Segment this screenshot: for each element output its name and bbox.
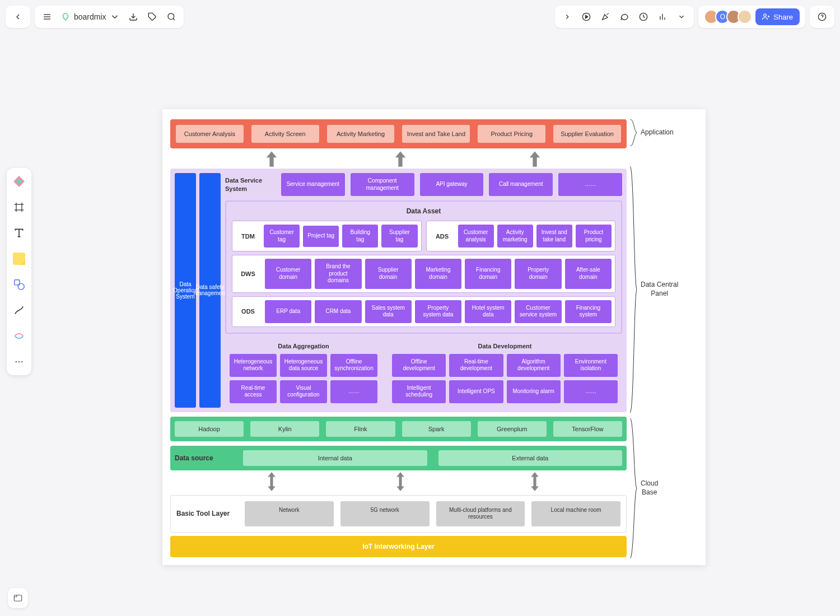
app-item: Invest and Take Land — [402, 125, 470, 143]
history-button[interactable] — [636, 9, 651, 25]
dev-item: Real-time development — [449, 354, 503, 377]
ods-item: ERP data — [265, 300, 311, 323]
ods-item: CRM data — [315, 300, 361, 323]
dws-label: DWS — [236, 270, 260, 277]
tool-item: Local machine room — [531, 501, 620, 526]
dws-item: Brand the product domains — [315, 259, 361, 289]
mindmap-tool[interactable] — [11, 328, 27, 344]
ods-item: Hotel system data — [465, 300, 511, 323]
ads-item: Activity marketing — [497, 225, 533, 248]
ads-item: Product pricing — [576, 225, 612, 248]
expand-button[interactable] — [559, 9, 575, 25]
ods-label: ODS — [236, 308, 260, 315]
data-central-panel: Data Operation System Data safety manage… — [170, 169, 627, 412]
tdm-item: Building tag — [342, 225, 378, 248]
bracket-application: Application — [641, 128, 674, 137]
data-asset-title: Data Asset — [232, 207, 615, 215]
dss-item: API gateway — [420, 173, 484, 196]
dev-item: Intelligent scheduling — [392, 380, 446, 403]
ads-item: Customer analysis — [458, 225, 494, 248]
source-item: Internal data — [243, 450, 427, 466]
arrow-row-up — [170, 148, 627, 169]
comment-button[interactable] — [617, 9, 632, 25]
svg-line-6 — [173, 18, 175, 20]
diagram-canvas[interactable]: Customer Analysis Activity Screen Activi… — [162, 109, 706, 565]
confetti-button[interactable] — [598, 9, 613, 25]
tdm-item: Supplier tag — [381, 225, 417, 248]
connector-tool[interactable] — [11, 302, 27, 318]
svg-rect-33 — [14, 595, 22, 601]
svg-point-5 — [168, 13, 174, 20]
left-toolbar — [7, 168, 31, 375]
tool-item: Network — [245, 501, 334, 526]
tech-item: Spark — [402, 421, 471, 437]
search-button[interactable] — [164, 9, 179, 25]
chart-button[interactable] — [655, 9, 670, 25]
play-button[interactable] — [578, 9, 594, 25]
app-item: Activity Screen — [251, 125, 319, 143]
svg-point-15 — [764, 14, 767, 17]
svg-point-29 — [18, 283, 24, 290]
iot-layer: IoT Interworking Layer — [170, 536, 627, 557]
dev-item: Monitoring alarm — [507, 380, 561, 403]
pillar-operation: Data Operation System — [175, 173, 196, 408]
svg-marker-39 — [531, 472, 539, 491]
svg-marker-34 — [267, 151, 277, 167]
sticky-note-tool[interactable] — [11, 251, 27, 267]
ods-item: Property system data — [415, 300, 461, 323]
collaborator-avatars[interactable]: O — [704, 10, 752, 24]
dss-item: …… — [558, 173, 622, 196]
agg-item: Heterogeneous data source — [280, 354, 327, 377]
top-toolbar: boardmix — [6, 6, 834, 28]
dws-item: Marketing domain — [415, 259, 461, 289]
download-button[interactable] — [125, 9, 141, 25]
tdm-item: Project tag — [303, 226, 339, 247]
svg-line-9 — [607, 14, 608, 15]
app-item: Activity Marketing — [327, 125, 395, 143]
minimap-button[interactable] — [8, 588, 28, 608]
ads-item: Invest and take land — [536, 225, 572, 248]
svg-point-31 — [18, 361, 20, 362]
app-item: Customer Analysis — [176, 125, 244, 143]
text-tool[interactable] — [11, 225, 27, 241]
menu-button[interactable] — [39, 9, 55, 25]
data-service-system-row: Data Service System Service management C… — [225, 173, 622, 196]
back-button[interactable] — [10, 9, 26, 25]
dws-item: Financing domain — [465, 259, 511, 289]
aggregation-title: Data Aggregation — [230, 343, 377, 349]
frame-tool[interactable] — [11, 199, 27, 215]
tech-item: Kylin — [250, 421, 319, 437]
help-button[interactable] — [814, 9, 830, 25]
bracket-cloud-base: Cloud Base — [641, 479, 658, 497]
tag-button[interactable] — [144, 9, 160, 25]
dev-item: …… — [564, 380, 618, 403]
tech-row: Hadoop Kylin Flink Spark Greenplum Tenso… — [170, 417, 627, 441]
tool-item: 5G network — [340, 501, 430, 526]
more-dropdown[interactable] — [674, 9, 689, 25]
share-button[interactable]: Share — [755, 8, 800, 25]
more-tools[interactable] — [11, 354, 27, 370]
tech-item: Hadoop — [175, 421, 244, 437]
chevron-down-icon — [110, 12, 120, 22]
svg-point-32 — [21, 361, 22, 362]
svg-marker-37 — [268, 472, 276, 491]
dev-item: Offline development — [392, 354, 446, 377]
svg-marker-36 — [530, 151, 540, 167]
tech-item: Greenplum — [478, 421, 547, 437]
app-item: Supplier Evaluation — [553, 125, 621, 143]
ods-item: Sales system data — [365, 300, 412, 323]
brand-label: boardmix — [74, 12, 106, 21]
data-source-label: Data source — [175, 454, 236, 462]
tech-item: Flink — [326, 421, 395, 437]
dev-item: Algorithm development — [507, 354, 561, 377]
svg-marker-8 — [586, 15, 588, 18]
dws-item: Supplier domain — [365, 259, 412, 289]
shape-tool[interactable] — [11, 277, 27, 292]
agg-item: Offline synchronization — [330, 354, 377, 377]
boardmix-logo-icon[interactable] — [11, 174, 27, 189]
data-source-row: Data source Internal data External data — [170, 446, 627, 470]
brand-dropdown[interactable]: boardmix — [58, 12, 122, 22]
svg-marker-38 — [396, 472, 404, 491]
data-development-panel: Data Development Offline development Rea… — [388, 338, 622, 408]
pillar-safety: Data safety management — [199, 173, 221, 408]
